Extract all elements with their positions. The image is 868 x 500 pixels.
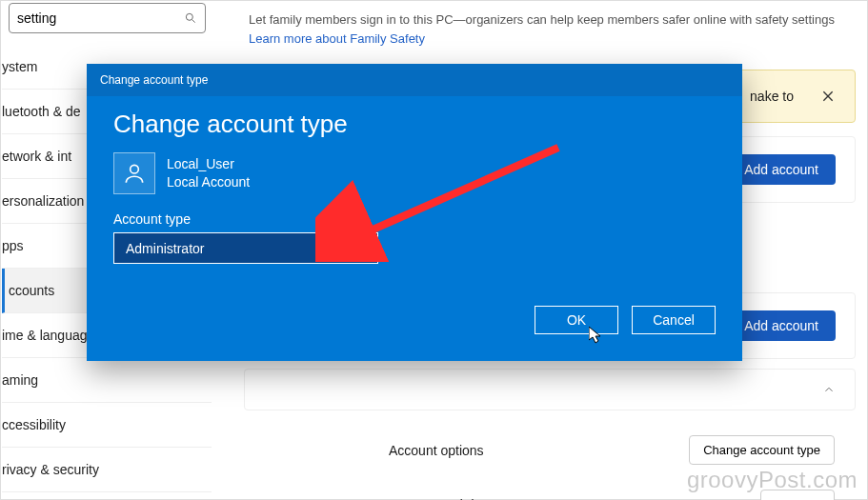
family-safety-link[interactable]: Learn more about Family Safety <box>249 31 425 46</box>
sidebar-item-privacy[interactable]: rivacy & security <box>2 448 212 492</box>
close-icon[interactable] <box>820 89 836 104</box>
account-type-value: Administrator <box>126 241 204 256</box>
account-data-label: Account and data <box>389 497 493 501</box>
user-info: Local_User Local Account <box>167 155 250 191</box>
dialog-titlebar: Change account type <box>87 64 742 96</box>
ok-button[interactable]: OK <box>535 306 618 334</box>
person-icon <box>122 161 147 186</box>
banner-text: nake to <box>750 89 794 104</box>
add-account-button-2[interactable]: Add account <box>727 310 836 341</box>
watermark: groovyPost.com <box>687 467 858 493</box>
expand-row[interactable] <box>244 369 856 410</box>
user-avatar <box>113 152 155 194</box>
cancel-button[interactable]: Cancel <box>632 306 716 334</box>
chevron-down-icon <box>354 243 366 254</box>
svg-point-4 <box>131 165 139 173</box>
sidebar-item-accessibility[interactable]: ccessibility <box>2 403 212 448</box>
sidebar-item-gaming[interactable]: aming <box>2 358 212 403</box>
add-account-button[interactable]: Add account <box>727 154 836 185</box>
chevron-up-icon <box>822 383 836 396</box>
change-account-type-dialog: Change account type Change account type … <box>87 64 742 361</box>
account-options-label: Account options <box>389 443 484 458</box>
account-type-select[interactable]: Administrator <box>113 232 378 264</box>
dialog-heading: Change account type <box>113 110 716 139</box>
change-account-type-button[interactable]: Change account type <box>689 435 835 465</box>
account-type-label: Account type <box>113 211 716 227</box>
sidebar-item-windows-update[interactable]: /indows Update <box>2 492 212 500</box>
